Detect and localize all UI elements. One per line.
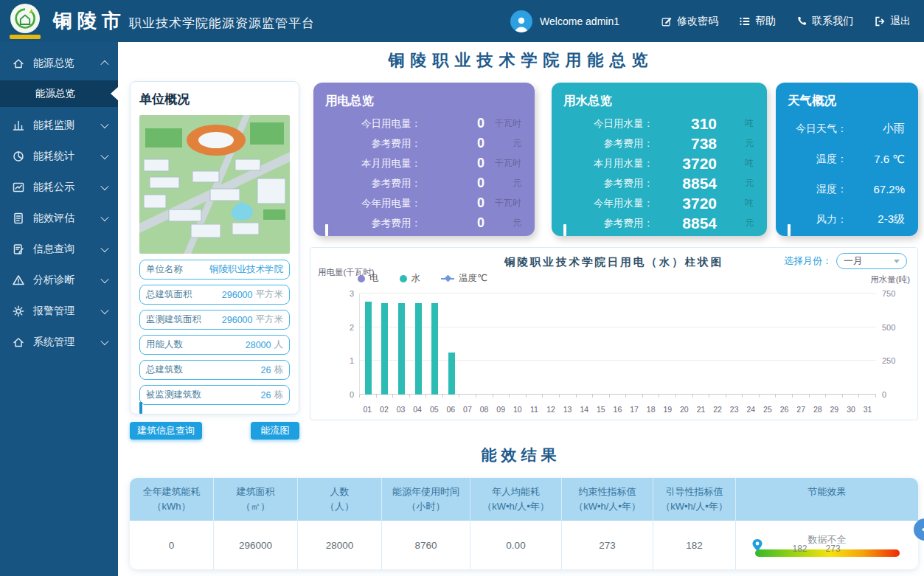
- sidebar-item-label: 分析诊断: [33, 274, 94, 287]
- sidebar-item-0[interactable]: 能源总览: [0, 48, 118, 79]
- water-bar-06: [448, 353, 455, 395]
- sidebar-item-6[interactable]: 分析诊断: [0, 265, 118, 296]
- sidebar-item-label: 信息查询: [33, 243, 94, 256]
- sidebar-item-3[interactable]: 能耗公示: [0, 172, 118, 203]
- sidebar-item-7[interactable]: 报警管理: [0, 296, 118, 327]
- unit-field-value: 铜陵职业技术学院: [183, 263, 283, 276]
- header-line2: （kW•h/人•年）: [473, 499, 558, 514]
- stat-value: 8854: [653, 215, 717, 232]
- chevron-down-icon: [100, 213, 108, 221]
- unit-field-value: 28000: [183, 340, 271, 350]
- x-label: 24: [743, 405, 760, 414]
- chevron-down-icon: [100, 275, 108, 283]
- unit-field-label: 总建筑面积: [146, 288, 192, 301]
- sidebar-item-2[interactable]: 能耗统计: [0, 141, 118, 172]
- header-action-2[interactable]: 联系我们: [796, 15, 853, 28]
- stat-row-5: 参考费用：8854元: [563, 213, 754, 233]
- x-label: 16: [609, 405, 626, 414]
- stat-value: 310: [653, 115, 717, 133]
- header-line2: （kWh）: [133, 499, 210, 514]
- stat-label: 参考费用：: [563, 137, 653, 150]
- month-select-dropdown[interactable]: 一月: [836, 253, 907, 269]
- stat-label: 温度：: [788, 153, 847, 166]
- legend-item-2[interactable]: 温度℃: [441, 272, 487, 285]
- x-tick: [726, 395, 743, 398]
- stat-value: 小雨: [847, 122, 905, 136]
- header-action-0[interactable]: 修改密码: [661, 15, 718, 28]
- electricity-card-title: 用电总览: [325, 93, 374, 109]
- x-tick: [510, 395, 527, 398]
- building-info-query-button[interactable]: 建筑信息查询: [130, 422, 202, 440]
- table-head: 全年建筑能耗（kWh）建筑面积（㎡）人数（人）能源年使用时间（小时）年人均能耗（…: [130, 478, 918, 521]
- table-header-3: 能源年使用时间（小时）: [382, 478, 470, 521]
- right-tick-label: 750: [882, 289, 895, 298]
- x-tick: [810, 395, 827, 398]
- stat-row-1: 参考费用：738元: [563, 133, 754, 153]
- header-action-label: 退出: [890, 15, 911, 28]
- left-tick-label: 0: [350, 390, 354, 399]
- sidebar-item-1[interactable]: 能耗监测: [0, 110, 118, 141]
- sidebar-menu: 能源总览能源总览能耗监测能耗统计能耗公示能效评估信息查询分析诊断报警管理系统管理: [0, 48, 118, 358]
- unit-field-5: 被监测建筑数26栋: [139, 385, 290, 405]
- energy-flow-diagram-button[interactable]: 能流图: [251, 422, 299, 440]
- stat-value: 0: [421, 116, 484, 131]
- stat-row-0: 今日用电量：0千瓦时: [325, 114, 521, 133]
- header-action-3[interactable]: 退出: [874, 15, 911, 28]
- sidebar-item-5[interactable]: 信息查询: [0, 234, 118, 265]
- header-action-label: 帮助: [755, 15, 776, 28]
- warning-icon: [12, 274, 25, 287]
- saving-effect-cell: 数据不全182273: [736, 521, 918, 569]
- pie-chart-icon: [12, 150, 25, 163]
- left-tick-label: 2: [350, 323, 354, 332]
- header-line2: （kW•h/人•年）: [565, 499, 650, 514]
- x-label: 09: [493, 405, 510, 414]
- stat-unit: 元: [717, 217, 754, 229]
- chevron-up-icon: [100, 60, 108, 69]
- stat-value: 0: [421, 215, 484, 231]
- x-label: 28: [809, 405, 826, 414]
- stat-row-3: 风力：2-3级: [788, 204, 905, 235]
- sidebar-item-8[interactable]: 系统管理: [0, 327, 118, 358]
- legend-item-1[interactable]: 水: [400, 272, 421, 285]
- header-line1: 全年建筑能耗: [133, 485, 210, 499]
- stat-value: 7.6 ℃: [847, 153, 905, 166]
- platform-logo: [7, 4, 43, 39]
- table-header-1: 建筑面积（㎡）: [214, 478, 298, 521]
- unit-field-4: 总建筑数26栋: [139, 360, 290, 380]
- user-avatar-icon[interactable]: [510, 10, 532, 32]
- stat-unit: 元: [484, 217, 521, 229]
- legend-label: 电: [369, 272, 379, 285]
- stat-unit: 吨: [717, 117, 754, 130]
- x-label: 02: [376, 405, 393, 414]
- title-accent-bar: [139, 402, 142, 414]
- chevron-down-icon: [100, 151, 108, 159]
- header-action-1[interactable]: 帮助: [739, 15, 776, 28]
- unit-field-value: 296000: [201, 315, 253, 325]
- right-tick-label: 250: [882, 356, 895, 365]
- header-line1: 引导性指标值: [656, 485, 732, 499]
- x-label: 14: [576, 405, 593, 414]
- x-tick: [527, 395, 543, 398]
- x-tick: [643, 395, 660, 398]
- legend-item-0[interactable]: 电: [358, 272, 379, 285]
- x-label: 01: [359, 405, 376, 414]
- unit-panel-title: 单位概况: [139, 91, 290, 108]
- title-accent-bar: [788, 224, 791, 236]
- sidebar-item-4[interactable]: 能效评估: [0, 203, 118, 234]
- stat-unit: 千瓦时: [484, 117, 521, 130]
- stat-value: 0: [421, 156, 484, 171]
- unit-field-label: 总建筑数: [146, 364, 183, 376]
- unit-field-label: 用能人数: [146, 339, 183, 351]
- stat-row-4: 今年用水量：3720吨: [563, 193, 754, 213]
- x-label: 10: [509, 405, 526, 414]
- unit-field-unit: 栋: [274, 364, 284, 376]
- electricity-overview-card: 用电总览 今日用电量：0千瓦时参考费用：0元本月用电量：0千瓦时参考费用：0元今…: [313, 83, 535, 236]
- sidebar-subitem-0[interactable]: 能源总览: [0, 80, 118, 107]
- document-icon: [12, 212, 25, 225]
- weather-overview-card: 天气概况 今日天气：小雨温度：7.6 ℃湿度：67.2%风力：2-3级: [776, 83, 918, 236]
- chevron-down-icon: [100, 182, 108, 190]
- header-line1: 人数: [301, 485, 378, 499]
- energy-result-table: 全年建筑能耗（kWh）建筑面积（㎡）人数（人）能源年使用时间（小时）年人均能耗（…: [130, 478, 918, 569]
- x-label: 17: [626, 405, 643, 414]
- stat-unit: 吨: [717, 197, 754, 209]
